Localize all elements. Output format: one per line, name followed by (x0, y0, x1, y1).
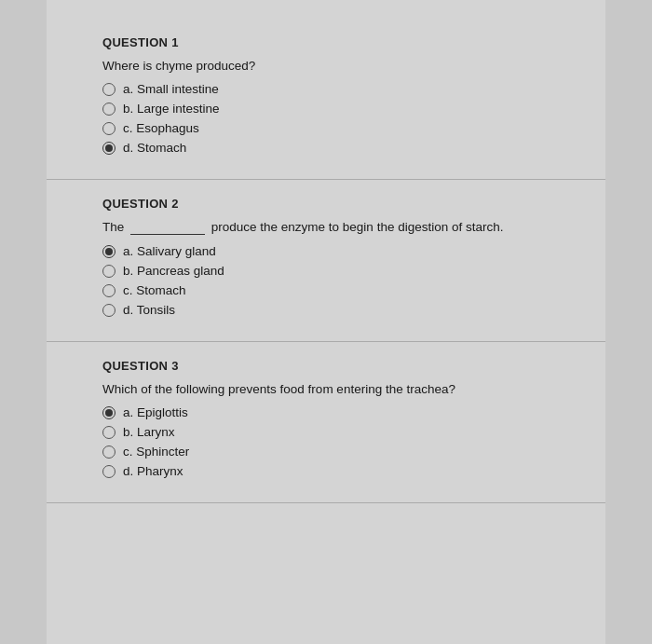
q3-b-option[interactable]: b. Larynx (102, 425, 577, 439)
q3-d-option[interactable]: d. Pharynx (102, 464, 577, 478)
question-1-text: Where is chyme produced? (102, 59, 577, 73)
q3-c-text: c. Sphincter (123, 445, 189, 459)
q1-b-text: b. Large intestine (123, 102, 220, 116)
q3-b-radio[interactable] (102, 426, 115, 439)
question-1-label: QUESTION 1 (102, 35, 577, 49)
q2-b-radio[interactable] (102, 265, 115, 278)
question-3-options-list: a. Epiglottisb. Larynxc. Sphincterd. Pha… (102, 405, 577, 478)
q2-c-text: c. Stomach (123, 283, 186, 297)
page-container: QUESTION 1Where is chyme produced?a. Sma… (47, 0, 605, 644)
question-3-block: QUESTION 3Which of the following prevent… (47, 342, 605, 503)
q3-a-text: a. Epiglottis (123, 405, 188, 419)
q3-d-text: d. Pharynx (123, 464, 183, 478)
q2-a-option[interactable]: a. Salivary gland (102, 244, 577, 258)
q3-a-option[interactable]: a. Epiglottis (102, 405, 577, 419)
question-1-block: QUESTION 1Where is chyme produced?a. Sma… (47, 19, 605, 180)
q3-c-radio[interactable] (102, 445, 115, 459)
question-2-options-list: a. Salivary glandb. Pancreas glandc. Sto… (102, 244, 577, 317)
q1-d-text: d. Stomach (123, 141, 186, 155)
q1-a-option[interactable]: a. Small intestine (102, 82, 577, 96)
q1-a-radio[interactable] (102, 83, 115, 96)
q2-b-option[interactable]: b. Pancreas gland (102, 264, 577, 278)
q1-b-option[interactable]: b. Large intestine (102, 102, 577, 116)
question-2-text: The produce the enzyme to begin the dige… (102, 220, 577, 235)
q3-c-option[interactable]: c. Sphincter (102, 445, 577, 459)
q3-d-radio[interactable] (102, 465, 115, 478)
q1-d-option[interactable]: d. Stomach (102, 141, 577, 155)
q3-a-radio[interactable] (102, 406, 115, 419)
question-3-label: QUESTION 3 (102, 359, 577, 373)
q1-d-radio[interactable] (102, 142, 115, 155)
q1-b-radio[interactable] (102, 103, 115, 116)
question-2-block: QUESTION 2The produce the enzyme to begi… (47, 180, 605, 342)
q2-a-text: a. Salivary gland (123, 244, 216, 258)
q1-a-text: a. Small intestine (123, 82, 219, 96)
q2-c-radio[interactable] (102, 284, 115, 297)
q3-b-text: b. Larynx (123, 425, 175, 439)
q2-d-radio[interactable] (102, 304, 115, 317)
question-2-label: QUESTION 2 (102, 197, 577, 211)
q2-d-option[interactable]: d. Tonsils (102, 303, 577, 317)
q1-c-option[interactable]: c. Esophagus (102, 121, 577, 135)
q2-b-text: b. Pancreas gland (123, 264, 224, 278)
question-1-options-list: a. Small intestineb. Large intestinec. E… (102, 82, 577, 155)
q2-c-option[interactable]: c. Stomach (102, 283, 577, 297)
q2-a-radio[interactable] (102, 245, 115, 258)
q1-c-radio[interactable] (102, 122, 115, 135)
question-3-text: Which of the following prevents food fro… (102, 382, 577, 396)
q2-d-text: d. Tonsils (123, 303, 175, 317)
q1-c-text: c. Esophagus (123, 121, 199, 135)
blank-line (130, 220, 205, 235)
